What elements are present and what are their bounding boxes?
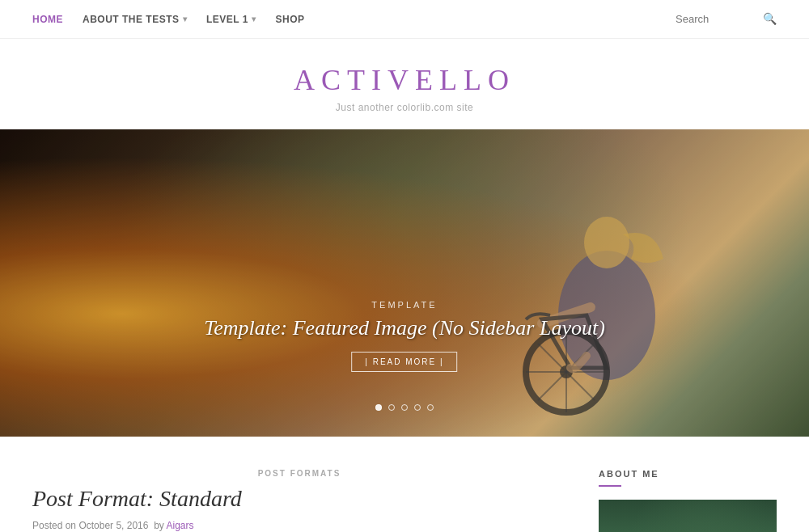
post-category: POST FORMATS [32,469,566,478]
about-me-image [599,500,777,532]
main-navigation: HOME ABOUT THE TESTS ▾ LEVEL 1 ▾ SHOP 🔍 [0,0,809,39]
site-header: ACTIVELLO Just another colorlib.com site [0,39,809,129]
hero-dot-3[interactable] [401,404,408,411]
nav-item-shop[interactable]: SHOP [275,14,304,25]
hero-dot-4[interactable] [414,404,421,411]
hero-figure [445,154,728,429]
widget-title-underline [599,485,621,487]
nav-item-home[interactable]: HOME [32,14,63,25]
hero-dot-1[interactable] [375,404,382,411]
hero-dot-5[interactable] [427,404,434,411]
post-meta-prefix: Posted on [32,520,76,531]
hero-slider: TEMPLATE Template: Featured Image (No Si… [0,129,809,437]
chevron-down-icon: ▾ [183,15,188,23]
svg-point-1 [584,217,629,268]
nav-right: 🔍 [676,12,777,26]
hero-dots [375,404,434,411]
site-tagline: Just another colorlib.com site [0,102,809,113]
post-date-value: October 5, 2016 [78,520,148,531]
chevron-down-icon: ▾ [252,15,256,23]
nav-left: HOME ABOUT THE TESTS ▾ LEVEL 1 ▾ SHOP [32,14,305,25]
main-content: POST FORMATS Post Format: Standard Poste… [0,437,809,532]
widget-title: ABOUT ME [599,469,777,479]
site-title: ACTIVELLO [0,63,809,97]
hero-title: Template: Featured Image (No Sidebar Lay… [204,316,605,340]
hero-content: TEMPLATE Template: Featured Image (No Si… [204,300,605,372]
hero-dot-2[interactable] [388,404,395,411]
post-title: Post Format: Standard [32,486,566,512]
nav-item-about[interactable]: ABOUT THE TESTS ▾ [83,14,187,25]
search-icon[interactable]: 🔍 [763,12,777,26]
nav-item-level1[interactable]: LEVEL 1 ▾ [206,14,256,25]
post-author-name[interactable]: Aigars [167,520,194,531]
post-by-text: by [154,520,164,531]
search-input[interactable] [676,13,756,25]
hero-category: TEMPLATE [204,300,605,310]
post-meta: Posted on October 5, 2016 by Aigars [32,520,566,531]
sidebar: ABOUT ME [599,469,777,532]
hero-read-more-button[interactable]: | READ MORE | [351,352,457,372]
post-column: POST FORMATS Post Format: Standard Poste… [32,469,566,532]
